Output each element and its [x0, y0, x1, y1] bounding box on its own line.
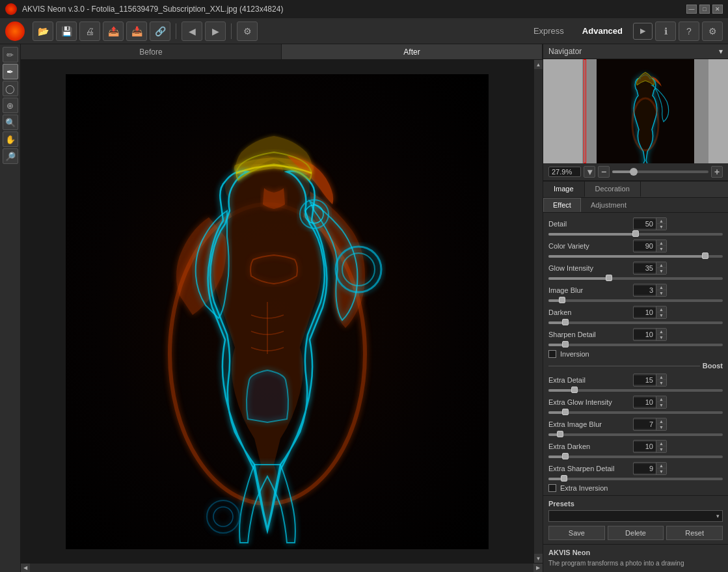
inversion-checkbox[interactable]	[548, 350, 556, 358]
presets-delete-button[interactable]: Delete	[608, 526, 664, 540]
darken-slider-track[interactable]	[548, 321, 723, 324]
brush-tool[interactable]: ✒	[3, 64, 18, 79]
extra-sharpen-down[interactable]: ▼	[656, 469, 666, 474]
color-variety-up[interactable]: ▲	[656, 240, 666, 246]
extra-glow-slider-track[interactable]	[548, 411, 723, 414]
zoom-tool[interactable]: 🔍	[3, 115, 18, 130]
extra-blur-slider-thumb[interactable]	[557, 431, 563, 437]
zoom-in-button[interactable]: +	[711, 166, 723, 178]
extra-glow-up[interactable]: ▲	[656, 396, 666, 402]
darken-value[interactable]	[634, 308, 656, 317]
extra-darken-up[interactable]: ▲	[656, 441, 666, 446]
express-mode-button[interactable]: Express	[526, 23, 572, 38]
image-blur-value[interactable]	[634, 286, 656, 295]
extra-detail-down[interactable]: ▼	[656, 380, 666, 386]
close-button[interactable]: ✕	[712, 5, 723, 14]
extra-detail-value[interactable]	[634, 375, 656, 385]
extra-blur-spinbox[interactable]: ▲ ▼	[633, 418, 667, 431]
extra-inversion-checkbox[interactable]	[548, 484, 556, 492]
sharpen-detail-down[interactable]: ▼	[656, 334, 666, 340]
extra-glow-down[interactable]: ▼	[656, 402, 666, 408]
image-blur-slider-track[interactable]	[548, 299, 723, 302]
pencil-tool[interactable]: ✏	[3, 47, 18, 62]
minimize-button[interactable]: —	[686, 5, 697, 14]
sharpen-detail-up[interactable]: ▲	[656, 329, 666, 334]
glow-intensity-up[interactable]: ▲	[656, 262, 666, 268]
color-variety-slider-thumb[interactable]	[702, 252, 708, 259]
darken-down[interactable]: ▼	[656, 312, 666, 318]
extra-glow-spinbox[interactable]: ▲ ▼	[633, 396, 667, 409]
preferences-button[interactable]: ⚙	[702, 21, 723, 41]
scroll-right-arrow[interactable]: ▶	[533, 564, 543, 573]
scroll-track-vertical[interactable]	[534, 69, 543, 554]
sample-tool[interactable]: ⊕	[3, 98, 18, 113]
extra-blur-value[interactable]	[634, 420, 656, 429]
print-button[interactable]: 🖨	[79, 21, 100, 41]
detail-slider-track[interactable]	[548, 233, 723, 236]
extra-darken-down[interactable]: ▼	[656, 446, 666, 452]
export-button[interactable]: 📤	[103, 21, 124, 41]
scroll-track-horizontal[interactable]	[30, 564, 533, 573]
subtab-effect[interactable]: Effect	[543, 198, 581, 212]
sharpen-detail-slider-track[interactable]	[548, 344, 723, 346]
extra-detail-slider-thumb[interactable]	[571, 387, 578, 393]
undo-button[interactable]: ◀	[182, 21, 202, 41]
extra-blur-slider-track[interactable]	[548, 433, 723, 436]
extra-blur-down[interactable]: ▼	[656, 424, 666, 430]
color-variety-spinbox[interactable]: ▲ ▼	[633, 239, 667, 252]
presets-save-button[interactable]: Save	[548, 526, 605, 540]
extra-glow-slider-thumb[interactable]	[562, 409, 569, 415]
tab-after[interactable]: After	[282, 44, 543, 59]
darken-up[interactable]: ▲	[656, 306, 666, 312]
extra-sharpen-up[interactable]: ▲	[656, 463, 666, 469]
zoom-slider[interactable]	[612, 170, 708, 173]
eraser-tool[interactable]: ◯	[3, 81, 18, 96]
image-blur-down[interactable]: ▼	[656, 290, 666, 296]
tab-image[interactable]: Image	[543, 182, 585, 197]
darken-spinbox[interactable]: ▲ ▼	[633, 306, 667, 319]
tab-decoration[interactable]: Decoration	[585, 182, 641, 197]
color-variety-slider-track[interactable]	[548, 255, 723, 258]
sharpen-detail-spinbox[interactable]: ▲ ▼	[633, 328, 667, 341]
extra-sharpen-slider-track[interactable]	[548, 478, 723, 480]
extra-blur-up[interactable]: ▲	[656, 418, 666, 424]
navigator-collapse-icon[interactable]: ▾	[719, 47, 723, 56]
save-button[interactable]: 💾	[56, 21, 77, 41]
canvas-image[interactable]	[21, 60, 533, 563]
zoom-slider-thumb[interactable]	[630, 168, 638, 176]
extra-glow-value[interactable]	[634, 398, 656, 407]
detail-up-arrow[interactable]: ▲	[656, 218, 666, 224]
redo-button[interactable]: ▶	[205, 21, 226, 41]
sharpen-detail-value[interactable]	[634, 330, 656, 339]
detail-down-arrow[interactable]: ▼	[656, 224, 666, 230]
extra-darken-value[interactable]	[634, 442, 656, 451]
image-blur-spinbox[interactable]: ▲ ▼	[633, 284, 667, 297]
tab-before[interactable]: Before	[21, 44, 282, 59]
color-variety-down[interactable]: ▼	[656, 246, 666, 252]
image-blur-up[interactable]: ▲	[656, 284, 666, 290]
extra-detail-spinbox[interactable]: ▲ ▼	[633, 374, 667, 387]
detail-spinbox[interactable]: ▲ ▼	[633, 217, 667, 230]
extra-detail-up[interactable]: ▲	[656, 374, 666, 380]
presets-dropdown[interactable]: ▾	[548, 510, 723, 522]
presets-reset-button[interactable]: Reset	[666, 526, 723, 540]
maximize-button[interactable]: □	[699, 5, 710, 14]
glow-intensity-slider-track[interactable]	[548, 277, 723, 280]
run-button[interactable]: ▶	[633, 23, 653, 40]
help-button[interactable]: ?	[679, 21, 699, 41]
zoom-out-button[interactable]: −	[598, 166, 610, 178]
zoom-value-display[interactable]: 27.9%	[548, 167, 581, 177]
pan-tool[interactable]: ✋	[3, 131, 18, 147]
scroll-down-arrow[interactable]: ▼	[534, 554, 543, 563]
image-blur-slider-thumb[interactable]	[559, 297, 565, 303]
info-button[interactable]: ℹ	[655, 21, 676, 41]
horizontal-scrollbar[interactable]: ◀ ▶	[21, 563, 543, 572]
extra-sharpen-value[interactable]	[634, 464, 656, 473]
detail-value[interactable]	[634, 219, 656, 228]
scroll-up-arrow[interactable]: ▲	[534, 60, 543, 69]
open-button[interactable]: 📂	[33, 21, 53, 41]
extra-sharpen-spinbox[interactable]: ▲ ▼	[633, 462, 667, 475]
zoom-out-tool[interactable]: 🔎	[3, 148, 18, 164]
sharpen-detail-slider-thumb[interactable]	[562, 341, 569, 347]
extra-darken-spinbox[interactable]: ▲ ▼	[633, 440, 667, 453]
